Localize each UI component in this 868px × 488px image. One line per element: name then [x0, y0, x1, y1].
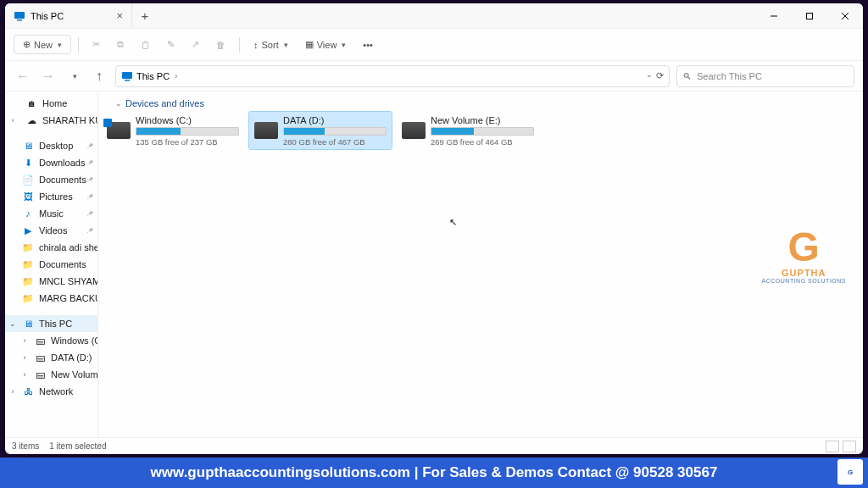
sidebar-item-videos[interactable]: ▶Videos📌︎	[5, 222, 97, 239]
drive-name: New Volume (E:)	[431, 115, 534, 125]
new-button[interactable]: ⊕ New ▾	[14, 35, 71, 54]
drive-usage-bar	[283, 127, 387, 136]
pin-icon: 📌︎	[86, 209, 94, 218]
downloads-icon: ⬇	[22, 157, 34, 169]
folder-icon: 📁	[22, 292, 34, 304]
tab-close-button[interactable]: ×	[116, 9, 123, 22]
pin-icon: 📌︎	[86, 175, 94, 184]
cut-icon: ✂	[92, 39, 100, 50]
drive-free-text: 269 GB free of 464 GB	[431, 137, 534, 147]
chevron-down-icon: ▾	[342, 41, 346, 49]
status-selected: 1 item selected	[49, 441, 106, 451]
folder-icon: 📁	[22, 258, 34, 270]
pin-icon: 📌︎	[86, 141, 94, 150]
details-view-button[interactable]	[826, 441, 839, 452]
new-tab-button[interactable]: +	[132, 8, 158, 23]
sidebar-item-drive-e[interactable]: ›🖴New Volume (E:)	[5, 366, 97, 383]
status-bar: 3 items 1 item selected	[5, 437, 863, 454]
banner-text: www.gupthaaccountingsolutions.com | For …	[151, 464, 718, 481]
toolbar-separator	[239, 37, 240, 53]
paste-button[interactable]: 📋︎	[134, 36, 157, 53]
chevron-right-icon: ›	[175, 72, 177, 80]
drive-e[interactable]: New Volume (E:) 269 GB free of 464 GB	[397, 112, 539, 149]
search-placeholder: Search This PC	[697, 71, 762, 81]
sidebar-item-documents[interactable]: 📄Documents📌︎	[5, 171, 97, 188]
drive-usage-bar	[431, 127, 534, 136]
pictures-icon: 🖼︎	[22, 191, 34, 202]
breadcrumb[interactable]: This PC›	[136, 71, 177, 81]
chevron-right-icon: ›	[8, 387, 17, 396]
sidebar-item-this-pc[interactable]: ⌄🖥︎This PC	[5, 315, 97, 332]
close-window-button[interactable]	[827, 3, 863, 29]
svg-rect-7	[125, 80, 130, 81]
window-controls	[756, 3, 863, 29]
svg-rect-3	[807, 13, 813, 19]
drive-usage-bar	[136, 127, 239, 136]
folder-icon: 📁	[22, 275, 34, 287]
sort-label: Sort	[262, 40, 279, 50]
more-button[interactable]: •••	[356, 36, 380, 53]
home-icon: 🏠︎	[25, 97, 37, 109]
chevron-right-icon: ›	[20, 370, 29, 379]
cursor-icon: ↖	[449, 217, 457, 228]
file-explorer-window: This PC × + ⊕ New ▾ ✂ ⧉ 📋︎ ✎ ↗ 🗑︎ ↕ Sort…	[5, 3, 863, 454]
history-chevron-icon[interactable]: ⌄	[646, 70, 653, 81]
sort-icon: ↕	[253, 40, 259, 50]
sidebar-item-folder[interactable]: 📁Documents	[5, 256, 97, 273]
pin-icon: 📌︎	[86, 158, 94, 167]
sidebar-item-desktop[interactable]: 🖥︎Desktop📌︎	[5, 137, 97, 154]
svg-rect-1	[17, 19, 22, 21]
chevron-down-icon: ⌄	[115, 99, 122, 108]
maximize-button[interactable]	[792, 3, 827, 29]
sidebar-item-network[interactable]: ›🖧Network	[5, 383, 97, 400]
tab-this-pc[interactable]: This PC ×	[5, 3, 132, 28]
sidebar-item-downloads[interactable]: ⬇Downloads📌︎	[5, 154, 97, 171]
sidebar-item-onedrive[interactable]: ›☁SHARATH KUMAR	[5, 112, 97, 129]
address-bar[interactable]: This PC› ⌄ ⟳	[115, 65, 670, 87]
cut-button[interactable]: ✂	[86, 36, 107, 53]
view-button[interactable]: ▦ View ▾	[298, 36, 353, 53]
refresh-button[interactable]: ⟳	[656, 70, 664, 81]
trash-icon: 🗑︎	[216, 40, 225, 50]
chevron-right-icon: ›	[20, 336, 29, 345]
svg-rect-0	[14, 12, 25, 19]
drive-c[interactable]: Windows (C:) 135 GB free of 237 GB	[102, 112, 244, 149]
sidebar-item-drive-c[interactable]: ›🖴Windows (C:)	[5, 332, 97, 349]
chevron-right-icon: ›	[8, 116, 17, 125]
cloud-icon: ☁	[25, 114, 37, 126]
tab-title: This PC	[31, 11, 64, 21]
minimize-button[interactable]	[756, 3, 792, 29]
paste-icon: 📋︎	[141, 40, 150, 50]
recent-locations-button[interactable]: ▾	[64, 67, 83, 86]
chevron-down-icon: ⌄	[8, 319, 17, 328]
delete-button[interactable]: 🗑︎	[209, 36, 232, 53]
drive-free-text: 135 GB free of 237 GB	[136, 137, 239, 147]
sidebar-item-pictures[interactable]: 🖼︎Pictures📌︎	[5, 188, 97, 205]
rename-button[interactable]: ✎	[160, 36, 181, 53]
back-button[interactable]: ←	[14, 67, 32, 86]
sort-button[interactable]: ↕ Sort ▾	[247, 36, 295, 53]
pc-icon: 🖥︎	[22, 318, 34, 330]
sidebar-item-drive-d[interactable]: ›🖴DATA (D:)	[5, 349, 97, 366]
videos-icon: ▶	[22, 225, 34, 236]
group-header-devices[interactable]: ⌄ Devices and drives	[102, 97, 860, 112]
music-icon: ♪	[22, 208, 34, 219]
search-box[interactable]: 🔍︎ Search This PC	[676, 65, 854, 87]
sidebar-item-folder[interactable]: 📁chirala adi sheshu s	[5, 239, 97, 256]
drive-d[interactable]: DATA (D:) 280 GB free of 467 GB	[249, 112, 392, 149]
toolbar-separator	[78, 37, 79, 53]
sidebar-item-home[interactable]: 🏠︎Home	[5, 95, 97, 112]
search-icon: 🔍︎	[682, 71, 692, 81]
chevron-down-icon: ▾	[58, 41, 62, 49]
share-button[interactable]: ↗	[185, 36, 206, 53]
tiles-view-button[interactable]	[843, 441, 856, 452]
navigation-pane: 🏠︎Home ›☁SHARATH KUMAR 🖥︎Desktop📌︎ ⬇Down…	[5, 92, 98, 437]
plus-circle-icon: ⊕	[23, 39, 31, 50]
sidebar-item-music[interactable]: ♪Music📌︎	[5, 205, 97, 222]
copy-button[interactable]: ⧉	[110, 36, 131, 53]
forward-button[interactable]: →	[39, 67, 58, 86]
sidebar-item-folder[interactable]: 📁MARG BACKUP	[5, 290, 97, 307]
sidebar-item-folder[interactable]: 📁MNCL SHYAM SUN	[5, 273, 97, 290]
promo-banner: www.gupthaaccountingsolutions.com | For …	[0, 458, 868, 488]
up-button[interactable]: ↑	[90, 67, 108, 86]
